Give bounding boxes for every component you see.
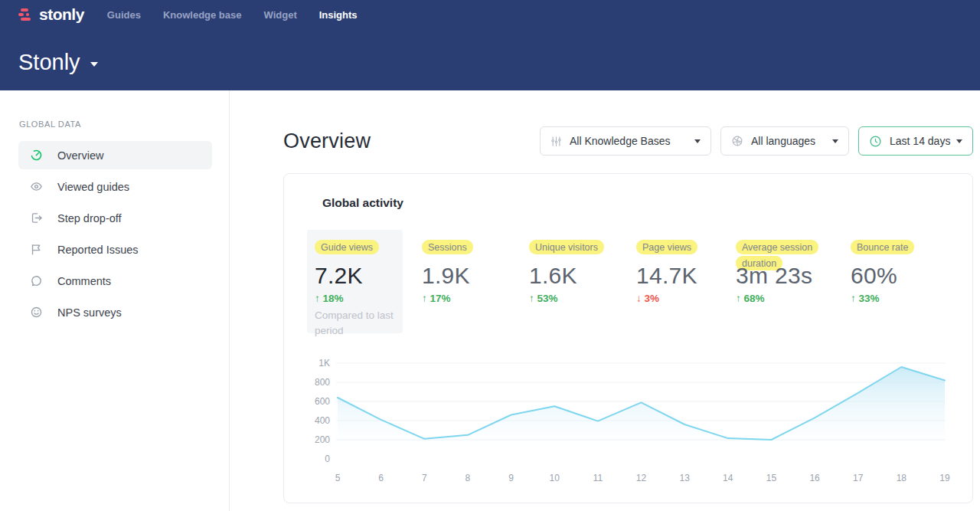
- nav-item-knowledge-base[interactable]: Knowledge base: [163, 9, 242, 21]
- metric-note: Compared to last period: [315, 308, 400, 339]
- filter-label: All languages: [751, 135, 815, 147]
- workspace-title: Stonly: [18, 50, 80, 75]
- svg-text:14: 14: [723, 473, 733, 483]
- step-out-icon: [30, 211, 43, 224]
- sidebar-item-label: Overview: [57, 149, 103, 162]
- sidebar-section-label: GLOBAL DATA: [19, 120, 212, 129]
- nav-item-guides[interactable]: Guides: [107, 9, 141, 21]
- metric-delta: ↑ 18%: [315, 293, 344, 304]
- svg-text:12: 12: [636, 473, 647, 483]
- sidebar-item-label: NPS surveys: [57, 306, 122, 319]
- workspace-selector[interactable]: Stonly: [18, 50, 98, 75]
- metric-value: 60%: [851, 263, 897, 289]
- page-title: Overview: [283, 129, 371, 153]
- svg-text:1K: 1K: [318, 358, 330, 369]
- metric-delta: ↑ 17%: [422, 293, 451, 304]
- chevron-down-icon: [832, 139, 838, 143]
- metric-bounce-rate[interactable]: Bounce rate 60% ↑ 33%: [843, 230, 946, 256]
- sidebar-item-step-drop-off[interactable]: Step drop-off: [18, 204, 212, 232]
- nav-item-widget[interactable]: Widget: [264, 9, 297, 21]
- global-activity-card: Global activity Guide views 7.2K ↑ 18% C…: [283, 173, 973, 503]
- svg-text:8: 8: [466, 473, 471, 483]
- sidebar-item-label: Comments: [57, 275, 111, 287]
- comment-icon: [30, 274, 43, 287]
- clock-icon: [869, 135, 882, 148]
- svg-text:600: 600: [315, 396, 330, 407]
- svg-text:400: 400: [315, 415, 330, 426]
- stonly-logo-icon: [18, 7, 34, 23]
- metric-guide-views[interactable]: Guide views 7.2K ↑ 18% Compared to last …: [307, 230, 403, 333]
- top-header: stonly Guides Knowledge base Widget Insi…: [0, 0, 980, 90]
- metric-average-session-duration[interactable]: Average session duration 3m 23s ↑ 68%: [728, 230, 831, 273]
- date-range-dropdown[interactable]: Last 14 days: [858, 126, 973, 156]
- chevron-down-icon: [694, 139, 701, 143]
- sidebar-item-label: Viewed guides: [57, 181, 129, 193]
- svg-text:15: 15: [766, 473, 777, 483]
- metric-value: 14.7K: [636, 263, 697, 289]
- knowledge-base-filter-dropdown[interactable]: All Knowledge Bases: [540, 126, 711, 156]
- smiley-icon: [30, 306, 43, 319]
- filter-bar: All Knowledge Bases All languages: [540, 126, 973, 156]
- svg-text:0: 0: [325, 454, 330, 464]
- top-navigation: Guides Knowledge base Widget Insights: [107, 9, 358, 21]
- svg-text:6: 6: [378, 473, 384, 483]
- metric-unique-visitors[interactable]: Unique visitors 1.6K ↑ 53%: [521, 230, 625, 256]
- chevron-down-icon: [90, 62, 98, 67]
- metric-value: 7.2K: [315, 263, 363, 289]
- svg-text:7: 7: [422, 473, 427, 483]
- metric-label: Unique visitors: [529, 240, 604, 254]
- eye-icon: [30, 180, 43, 193]
- svg-text:800: 800: [315, 377, 330, 388]
- gauge-icon: [30, 149, 43, 162]
- svg-text:18: 18: [897, 473, 907, 483]
- svg-text:11: 11: [593, 473, 603, 483]
- svg-text:200: 200: [315, 434, 330, 445]
- area-chart: 02004006008001K5678910111213141516171819: [307, 352, 954, 497]
- svg-text:9: 9: [508, 473, 514, 483]
- language-filter-dropdown[interactable]: All languages: [720, 126, 849, 156]
- sidebar-item-nps-surveys[interactable]: NPS surveys: [18, 298, 212, 326]
- stonly-logo[interactable]: stonly: [18, 5, 84, 24]
- sidebar-item-overview[interactable]: Overview: [18, 141, 212, 169]
- globe-icon: [731, 135, 743, 147]
- metric-page-views[interactable]: Page views 14.7K ↓ 3%: [629, 230, 732, 256]
- metric-value: 1.6K: [529, 263, 577, 289]
- main-content: Overview All Knowledge Bases: [230, 90, 980, 511]
- svg-text:5: 5: [335, 473, 341, 483]
- metric-delta: ↑ 53%: [529, 293, 558, 304]
- activity-chart: 02004006008001K5678910111213141516171819: [307, 352, 954, 497]
- metric-value: 1.9K: [422, 263, 470, 289]
- svg-text:13: 13: [679, 473, 690, 483]
- metric-sessions[interactable]: Sessions 1.9K ↑ 17%: [414, 230, 518, 256]
- metric-label: Page views: [636, 240, 697, 254]
- filter-label: Last 14 days: [890, 135, 950, 147]
- sidebar-item-label: Reported Issues: [57, 244, 139, 256]
- metric-delta: ↓ 3%: [636, 293, 659, 304]
- sidebar: GLOBAL DATA Overview Viewed guides Step …: [0, 90, 230, 511]
- metric-label: Guide views: [315, 240, 379, 254]
- metric-delta: ↑ 33%: [851, 293, 880, 304]
- svg-text:17: 17: [853, 473, 864, 483]
- flag-icon: [30, 243, 43, 256]
- metric-label: Sessions: [422, 240, 473, 254]
- sidebar-item-reported-issues[interactable]: Reported Issues: [18, 235, 212, 264]
- metric-value: 3m 23s: [736, 263, 812, 289]
- sidebar-item-label: Step drop-off: [57, 212, 122, 224]
- svg-text:10: 10: [550, 473, 560, 483]
- sidebar-item-comments[interactable]: Comments: [18, 267, 212, 295]
- nav-item-insights[interactable]: Insights: [319, 9, 358, 21]
- metric-label: Bounce rate: [851, 240, 914, 254]
- metric-delta: ↑ 68%: [736, 293, 765, 304]
- card-title: Global activity: [322, 196, 403, 210]
- svg-text:16: 16: [809, 473, 820, 483]
- svg-text:19: 19: [939, 473, 950, 483]
- sidebar-item-viewed-guides[interactable]: Viewed guides: [18, 172, 212, 201]
- sliders-icon: [550, 136, 562, 147]
- chevron-down-icon: [956, 139, 962, 143]
- brand-name: stonly: [39, 5, 84, 24]
- filter-label: All Knowledge Bases: [570, 135, 671, 147]
